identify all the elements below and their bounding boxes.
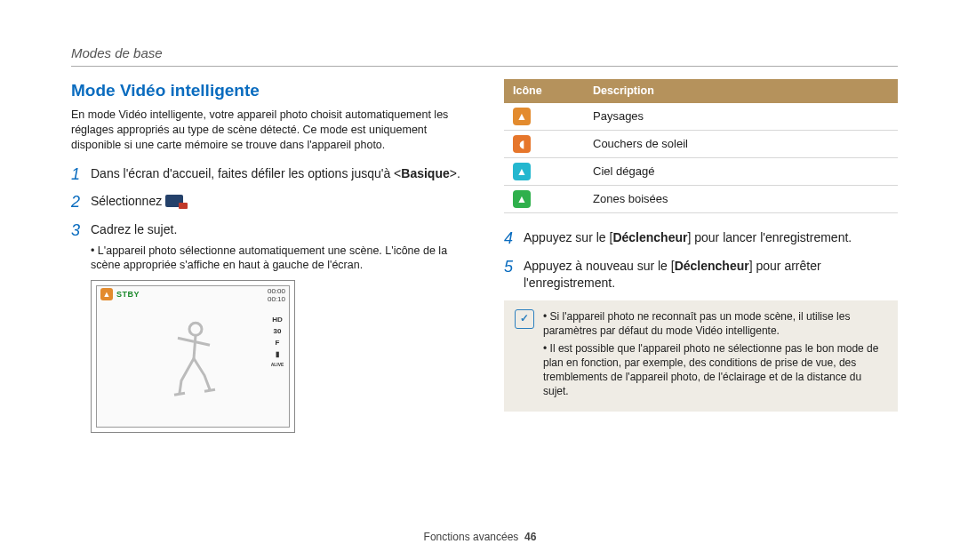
step-text: Dans l'écran d'accueil, faites défiler l… xyxy=(91,166,401,180)
scene-icon: ▲ xyxy=(100,288,113,300)
right-column: Icône Description ▲ Paysages ◖ Couchers … xyxy=(504,79,898,442)
step-text: ] pour lancer l'enregistrement. xyxy=(687,230,852,244)
svg-point-0 xyxy=(189,324,202,336)
divider xyxy=(71,66,898,67)
table-row: ▲ Paysages xyxy=(504,103,898,131)
step-number: 1 xyxy=(71,165,91,185)
step-number: 2 xyxy=(71,193,91,212)
step-4: 4 Appuyez sur le [Déclencheur] pour lanc… xyxy=(504,229,898,249)
step-text: Sélectionnez xyxy=(91,194,165,208)
cell-desc: Paysages xyxy=(584,103,898,131)
table-row: ▲ Zones boisées xyxy=(504,186,898,213)
step-bold: Basique xyxy=(401,166,449,180)
subject-silhouette xyxy=(162,319,224,404)
cell-desc: Ciel dégagé xyxy=(584,158,898,186)
step-bold: Déclencheur xyxy=(612,230,687,244)
cell-desc: Couchers de soleil xyxy=(584,131,898,158)
step-1: 1 Dans l'écran d'accueil, faites défiler… xyxy=(71,165,465,185)
mic-icon: ▮ xyxy=(276,351,279,358)
step-number: 4 xyxy=(504,229,524,249)
intro-text: En mode Vidéo intelligente, votre appare… xyxy=(71,108,465,153)
page-footer: Fonctions avancées 46 xyxy=(0,530,960,544)
hd-icon: HD xyxy=(272,316,283,324)
th-desc: Description xyxy=(584,79,898,103)
alive-icon: ALIVE xyxy=(271,363,284,367)
step-text: >. xyxy=(450,166,460,180)
fps-icon: 30 xyxy=(274,328,282,335)
cell-desc: Zones boisées xyxy=(584,186,898,213)
breadcrumb: Modes de base xyxy=(71,44,898,62)
step-bold: Déclencheur xyxy=(675,259,749,273)
note-item: Il est possible que l'appareil photo ne … xyxy=(543,341,887,399)
camera-screen-illustration: ▲ STBY 00:00 00:10 HD 30 xyxy=(91,280,295,433)
landscape-icon: ▲ xyxy=(513,108,531,125)
step-text: Cadrez le sujet. xyxy=(91,222,177,236)
footer-page: 46 xyxy=(524,531,536,543)
f-icon: F xyxy=(276,340,280,347)
table-row: ◖ Couchers de soleil xyxy=(504,131,898,158)
scene-icon-table: Icône Description ▲ Paysages ◖ Couchers … xyxy=(504,79,898,213)
note-box: ✓ Si l'appareil photo ne reconnaît pas u… xyxy=(504,300,898,412)
stby-label: STBY xyxy=(116,289,140,300)
th-icon: Icône xyxy=(504,79,584,103)
step-subbullet: L'appareil photo sélectionne automatique… xyxy=(91,244,465,274)
step-2: 2 Sélectionnez . xyxy=(71,193,465,212)
sunset-icon: ◖ xyxy=(513,135,531,153)
step-text: Appuyez sur le [ xyxy=(524,230,612,244)
note-icon: ✓ xyxy=(515,309,534,329)
left-column: Mode Vidéo intelligente En mode Vidéo in… xyxy=(71,79,465,442)
table-row: ▲ Ciel dégagé xyxy=(504,158,898,186)
step-text: Appuyez à nouveau sur le [ xyxy=(524,259,675,273)
page-title: Mode Vidéo intelligente xyxy=(71,79,465,102)
footer-label: Fonctions avancées xyxy=(424,531,519,543)
step-3: 3 Cadrez le sujet. L'appareil photo séle… xyxy=(71,221,465,434)
clear-sky-icon: ▲ xyxy=(513,163,531,180)
clock-time: 00:10 xyxy=(268,296,285,304)
step-number: 3 xyxy=(71,221,91,434)
step-5: 5 Appuyez à nouveau sur le [Déclencheur]… xyxy=(504,258,898,292)
step-number: 5 xyxy=(504,258,524,292)
wooded-icon: ▲ xyxy=(513,190,531,208)
smart-video-mode-icon xyxy=(165,195,183,207)
note-item: Si l'appareil photo ne reconnaît pas un … xyxy=(543,309,887,338)
